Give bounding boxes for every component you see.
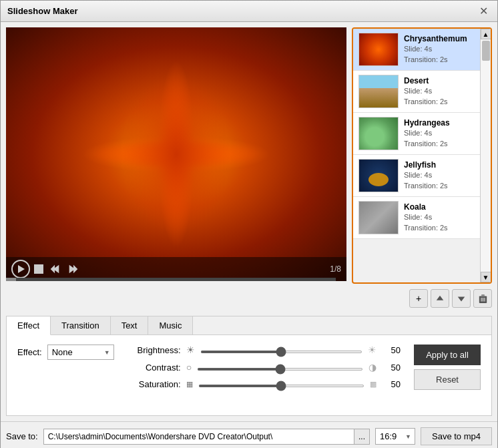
brightness-label: Brightness: [128,345,181,355]
scrollbar[interactable]: ▲ ▼ [480,29,491,282]
contrast-value: 50 [382,363,401,373]
preview-image [6,27,346,281]
browse-button[interactable]: ... [354,429,370,445]
scroll-up-arrow[interactable]: ▲ [481,29,491,39]
save-path-input[interactable] [43,429,354,445]
save-mp4-button[interactable]: Save to mp4 [421,427,492,445]
video-preview: 1/8 [6,27,346,281]
saturation-low-icon: ▦ [186,380,193,389]
flower-overlay [6,27,346,281]
slide-name: Jellyfish [404,160,477,170]
move-down-button[interactable] [452,289,471,308]
slide-info: ChrysanthemumSlide: 4s Transition: 2s [404,34,477,65]
slide-thumbnail [358,117,399,150]
slide-name: Chrysanthemum [404,34,477,43]
main-content: 1/8 ChrysanthemumSlide: 4s Transition: 2… [1,22,497,316]
slide-list[interactable]: ChrysanthemumSlide: 4s Transition: 2sDes… [353,29,491,282]
scroll-thumb[interactable] [482,41,490,61]
ratio-select[interactable]: 16:9 4:3 1:1 [375,428,415,445]
contrast-slider[interactable] [197,368,363,371]
forward-button[interactable] [66,262,81,276]
slide-thumbnail [358,75,399,108]
tab-effect[interactable]: Effect [7,316,51,335]
scroll-down-arrow[interactable]: ▼ [481,272,491,282]
add-slide-button[interactable]: + [409,289,428,308]
progress-fill [6,278,16,281]
slide-item[interactable]: HydrangeasSlide: 4s Transition: 2s [353,113,491,155]
save-to-label: Save to: [6,431,38,441]
slide-meta: Slide: 4s Transition: 2s [404,128,477,150]
tab-transition[interactable]: Transition [51,316,111,334]
brightness-high-icon: ☀ [368,345,377,355]
slide-meta: Slide: 4s Transition: 2s [404,43,477,65]
stop-button[interactable] [34,264,43,274]
brightness-slider[interactable] [200,351,362,353]
close-button[interactable]: ✕ [477,5,491,17]
slide-meta: Slide: 4s Transition: 2s [404,85,477,107]
slide-info: HydrangeasSlide: 4s Transition: 2s [404,118,477,150]
window-title: Slideshow Maker [7,6,77,16]
saturation-high-icon: ▩ [370,380,377,389]
brightness-low-icon: ☀ [186,345,195,355]
slide-item[interactable]: JellyfishSlide: 4s Transition: 2s [353,155,491,197]
slide-item[interactable]: DesertSlide: 4s Transition: 2s [353,71,491,113]
brightness-track [200,345,362,355]
tab-text[interactable]: Text [111,316,149,334]
svg-marker-0 [18,265,25,273]
effect-select-wrapper: None [47,345,114,360]
saturation-slider[interactable] [198,385,364,387]
list-actions: + [352,286,492,310]
slide-panel: ChrysanthemumSlide: 4s Transition: 2sDes… [352,27,492,310]
contrast-row: Contrast: ○ ◑ 50 [128,362,401,373]
progress-track[interactable] [6,278,336,281]
scroll-track [481,39,491,272]
slide-thumbnail [358,159,399,192]
saturation-value: 50 [382,379,401,389]
slide-meta: Slide: 4s Transition: 2s [404,170,477,192]
contrast-high-icon: ◑ [368,362,377,373]
rewind-button[interactable] [47,262,62,276]
main-window: Slideshow Maker ✕ [0,0,498,448]
sliders-section: Brightness: ☀ ☀ 50 Contrast: ○ ◑ [128,343,401,407]
slide-name: Hydrangeas [404,118,477,128]
slide-thumbnail [358,201,399,234]
contrast-label: Contrast: [128,363,181,373]
saturation-track [198,379,364,389]
effect-label: Effect: [17,345,42,357]
brightness-value: 50 [382,345,401,355]
reset-button[interactable]: Reset [414,369,481,390]
slide-info: JellyfishSlide: 4s Transition: 2s [404,160,477,192]
saturation-row: Saturation: ▦ ▩ 50 [128,379,401,389]
action-buttons: Apply to all Reset [414,343,481,407]
slide-item[interactable]: ChrysanthemumSlide: 4s Transition: 2s [353,29,491,71]
delete-slide-button[interactable] [473,289,492,308]
time-display: 1/8 [330,264,341,274]
tabs-section: EffectTransitionTextMusic Effect: None B… [6,316,492,416]
slide-name: Desert [404,76,477,85]
move-up-button[interactable] [431,289,449,308]
save-path-wrap: ... [43,429,370,445]
slide-meta: Slide: 4s Transition: 2s [404,212,477,234]
effect-select[interactable]: None [47,345,114,360]
bottom-bar: Save to: ... 16:9 4:3 1:1 Save to mp4 [1,421,497,448]
tab-content: Effect: None Brightness: ☀ ☀ 50 [7,335,491,415]
slide-info: DesertSlide: 4s Transition: 2s [404,76,477,107]
svg-rect-2 [481,294,485,296]
preview-section: 1/8 [6,27,346,310]
contrast-low-icon: ○ [186,362,192,373]
slide-name: Koala [404,202,477,212]
ratio-select-wrapper: 16:9 4:3 1:1 [375,428,415,445]
saturation-label: Saturation: [128,379,181,389]
effect-controls: Effect: None [17,343,114,407]
slide-list-container: ChrysanthemumSlide: 4s Transition: 2sDes… [352,27,492,284]
titlebar: Slideshow Maker ✕ [1,1,497,22]
slide-thumbnail [358,33,399,66]
slide-item[interactable]: KoalaSlide: 4s Transition: 2s [353,197,491,239]
play-button[interactable] [11,260,30,278]
brightness-row: Brightness: ☀ ☀ 50 [128,345,401,355]
apply-all-button[interactable]: Apply to all [414,345,481,365]
slide-info: KoalaSlide: 4s Transition: 2s [404,202,477,234]
tabs-bar: EffectTransitionTextMusic [7,316,491,335]
tab-music[interactable]: Music [148,316,193,334]
contrast-track [197,363,363,373]
